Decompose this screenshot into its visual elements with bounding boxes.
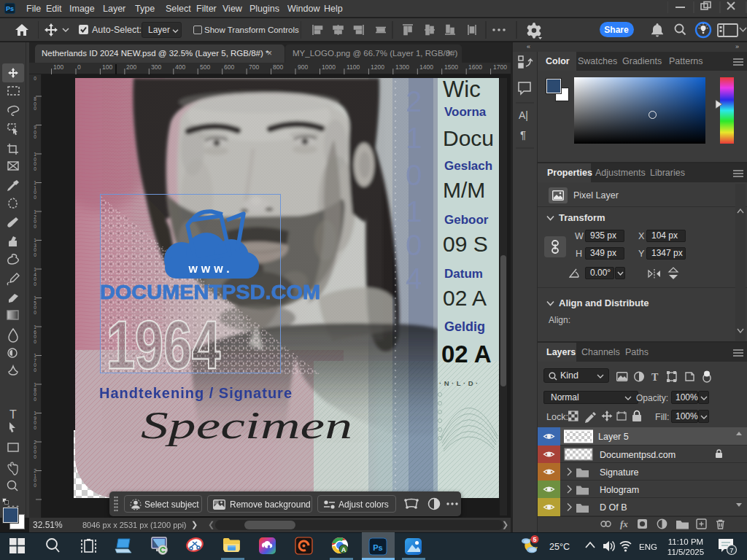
svg-text:800: 800 bbox=[34, 96, 36, 111]
svg-text:Share: Share bbox=[604, 25, 629, 35]
svg-text:Layer 5: Layer 5 bbox=[598, 432, 629, 442]
svg-text:M/M: M/M bbox=[443, 178, 485, 202]
svg-text:5: 5 bbox=[533, 536, 536, 543]
svg-text:1800: 1800 bbox=[34, 382, 36, 402]
svg-text:1000: 1000 bbox=[322, 63, 336, 71]
svg-text:11/5/2025: 11/5/2025 bbox=[667, 548, 704, 556]
svg-text:A|: A| bbox=[519, 109, 528, 121]
svg-text:100: 100 bbox=[53, 63, 63, 71]
svg-text:900: 900 bbox=[34, 125, 36, 139]
svg-text:1600: 1600 bbox=[468, 63, 482, 71]
svg-text:2100: 2100 bbox=[34, 468, 36, 488]
svg-text:Voorna: Voorna bbox=[444, 105, 487, 119]
svg-text:1700: 1700 bbox=[493, 63, 507, 71]
svg-text:300: 300 bbox=[151, 63, 161, 71]
svg-text:Geboor: Geboor bbox=[444, 213, 489, 227]
svg-text:Documentpsd.com: Documentpsd.com bbox=[600, 450, 676, 460]
svg-text:Wic: Wic bbox=[443, 78, 481, 102]
svg-text:0: 0 bbox=[406, 229, 422, 261]
svg-text:02 A: 02 A bbox=[443, 286, 487, 310]
svg-text:200: 200 bbox=[126, 63, 136, 71]
svg-text:1000: 1000 bbox=[34, 152, 36, 171]
svg-text:100: 100 bbox=[102, 63, 112, 71]
svg-text:500: 500 bbox=[200, 63, 210, 71]
svg-text:0: 0 bbox=[77, 63, 81, 71]
svg-text:0: 0 bbox=[406, 159, 422, 191]
svg-text:2: 2 bbox=[406, 85, 422, 117]
svg-text:·N·L·D·: ·N·L·D· bbox=[439, 379, 481, 387]
svg-text:11:10 PM: 11:10 PM bbox=[668, 537, 703, 546]
svg-text:1: 1 bbox=[406, 122, 422, 154]
svg-text:1400: 1400 bbox=[34, 267, 36, 287]
svg-text:800: 800 bbox=[273, 63, 283, 71]
svg-text:1600: 1600 bbox=[34, 324, 36, 344]
svg-text:1700: 1700 bbox=[34, 353, 36, 373]
svg-text:1200: 1200 bbox=[34, 209, 36, 229]
svg-text:¶: ¶ bbox=[520, 128, 526, 141]
svg-text:Specimen: Specimen bbox=[141, 405, 352, 446]
svg-text:T: T bbox=[9, 408, 17, 421]
svg-text:DOCUMENTPSD.COM: DOCUMENTPSD.COM bbox=[100, 281, 320, 303]
svg-text:4: 4 bbox=[406, 262, 422, 295]
svg-text:Geldig: Geldig bbox=[444, 319, 485, 334]
svg-text:1300: 1300 bbox=[395, 63, 409, 71]
svg-text:A: A bbox=[341, 546, 347, 553]
svg-text:1100: 1100 bbox=[34, 180, 36, 200]
svg-text:Geslach: Geslach bbox=[444, 159, 492, 173]
svg-text:400: 400 bbox=[175, 63, 185, 71]
svg-text:1: 1 bbox=[406, 195, 422, 228]
svg-text:Datum: Datum bbox=[444, 267, 483, 281]
svg-text:09 S: 09 S bbox=[443, 232, 488, 256]
svg-text:Ps: Ps bbox=[373, 543, 382, 552]
svg-text:2000: 2000 bbox=[34, 440, 36, 459]
svg-text:Docu: Docu bbox=[443, 126, 494, 150]
svg-text:600: 600 bbox=[224, 63, 234, 71]
svg-text:ENG: ENG bbox=[639, 542, 657, 551]
svg-text:Hologram: Hologram bbox=[600, 485, 639, 495]
svg-text:900: 900 bbox=[298, 63, 308, 71]
svg-text:fx: fx bbox=[620, 518, 628, 529]
svg-text:1500: 1500 bbox=[34, 295, 36, 315]
svg-text:D Of B: D Of B bbox=[600, 502, 627, 513]
svg-text:Handtekening / Signature: Handtekening / Signature bbox=[99, 385, 292, 401]
svg-text:1100: 1100 bbox=[347, 63, 360, 71]
svg-text:1500: 1500 bbox=[444, 63, 458, 71]
svg-text:1964: 1964 bbox=[107, 308, 220, 382]
svg-text:02 A: 02 A bbox=[441, 341, 491, 368]
svg-text:7: 7 bbox=[729, 546, 733, 554]
svg-text:25°C: 25°C bbox=[549, 542, 570, 552]
svg-text:700: 700 bbox=[249, 63, 259, 71]
svg-text:Signature: Signature bbox=[600, 467, 639, 478]
svg-text:1400: 1400 bbox=[419, 63, 433, 71]
svg-text:0: 0 bbox=[34, 76, 36, 81]
svg-text:T: T bbox=[651, 372, 659, 383]
svg-text:1900: 1900 bbox=[34, 411, 36, 430]
svg-text:1200: 1200 bbox=[371, 63, 384, 71]
svg-text:1300: 1300 bbox=[34, 238, 36, 257]
svg-text:www.: www. bbox=[187, 262, 233, 275]
